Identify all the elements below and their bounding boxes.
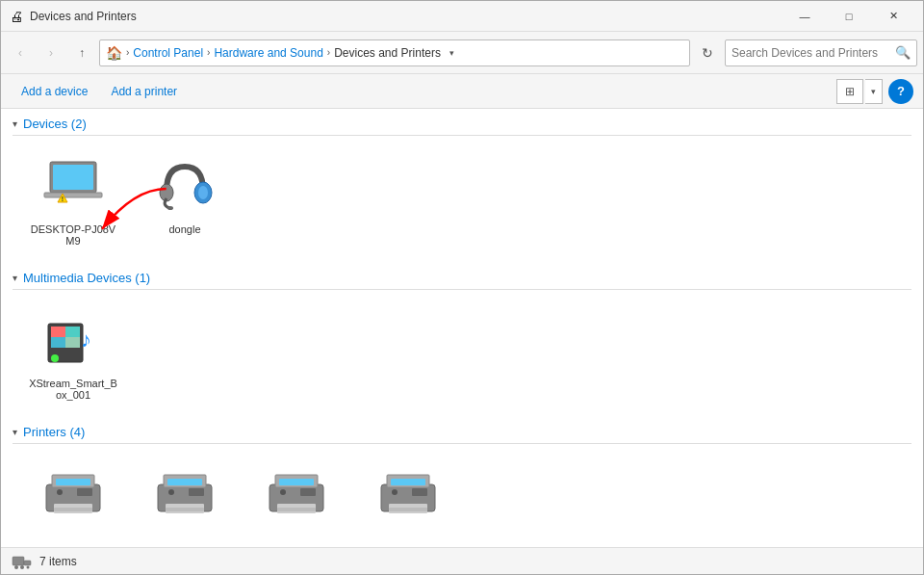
svg-rect-13 [51,327,65,337]
toolbar: Add a device Add a printer ⊞ ▾ ? [1,74,923,109]
printer1-icon [38,458,108,528]
breadcrumb: 🏠 › Control Panel › Hardware and Sound ›… [99,39,690,66]
printer2-icon [150,458,219,528]
svg-point-37 [280,489,286,495]
multimedia-toggle[interactable]: ▾ [13,273,17,283]
printers-grid: Printer 1 [13,450,911,547]
title-bar: 🖨 Devices and Printers — □ ✕ [1,1,923,32]
device-item-mediabox[interactable]: ♪ XStream_Smart_Box_001 [20,296,126,409]
breadcrumb-current: Devices and Printers [332,46,443,60]
svg-rect-28 [167,479,202,485]
svg-point-50 [27,565,30,568]
devices-toggle[interactable]: ▾ [13,118,17,129]
content-area: ▾ Devices (2) [1,109,923,547]
view-dropdown[interactable]: ▾ [865,79,883,104]
help-button[interactable]: ? [888,79,913,104]
svg-point-48 [14,565,18,569]
close-button[interactable]: ✕ [871,1,915,32]
status-item-count: 7 items [39,555,77,568]
printer3-icon [262,458,331,528]
status-device-icon [11,551,32,572]
svg-rect-42 [391,479,425,485]
svg-rect-47 [24,561,31,565]
main-content: ▾ Devices (2) [1,109,923,547]
up-button[interactable]: ↑ [68,39,95,66]
minimize-button[interactable]: — [783,1,827,32]
sep3: › [327,47,330,58]
sep2: › [207,47,210,58]
svg-rect-15 [51,337,65,348]
svg-rect-43 [412,488,427,496]
svg-rect-29 [189,488,204,496]
svg-point-44 [392,489,398,495]
laptop-icon: ! [38,150,108,220]
add-device-button[interactable]: Add a device [11,79,98,104]
content-wrapper: ▾ Devices (2) [1,109,923,547]
device-name-desktop: DESKTOP-PJ08VM9 [31,223,116,247]
back-button[interactable]: ‹ [7,39,34,66]
main-window: 🖨 Devices and Printers — □ ✕ ‹ › ↑ 🏠 › C… [0,0,924,575]
svg-rect-31 [166,508,204,511]
add-printer-button[interactable]: Add a printer [100,79,188,104]
svg-text:!: ! [62,196,64,202]
device-item-printer2[interactable]: Printer 2 [132,450,238,547]
svg-rect-3 [44,193,102,197]
device-item-dongle[interactable]: dongle [132,142,238,255]
multimedia-section-title[interactable]: Multimedia Devices (1) [23,271,150,285]
svg-rect-36 [300,488,316,496]
status-bar: 7 items [1,547,923,574]
search-box: 🔍 [725,39,917,66]
svg-rect-16 [65,337,80,348]
search-icon: 🔍 [895,45,911,60]
sep1: › [126,47,129,58]
headset-icon [150,150,219,220]
control-panel-icon: 🏠 [106,45,122,61]
window-title: Devices and Printers [30,10,783,23]
multimedia-grid: ♪ XStream_Smart_Box_001 [13,296,911,409]
breadcrumb-control-panel[interactable]: Control Panel [131,46,205,60]
svg-rect-45 [389,508,427,511]
mediabox-icon: ♪ [38,304,108,374]
device-item-printer3[interactable]: Printer 3 [244,450,349,547]
multimedia-section-header: ▾ Multimedia Devices (1) [13,271,911,290]
device-item-printer1[interactable]: Printer 1 [20,450,126,547]
svg-rect-14 [65,327,80,337]
device-name-dongle: dongle [168,223,200,235]
window-controls: — □ ✕ [783,1,915,32]
svg-rect-35 [279,479,314,485]
svg-rect-21 [56,479,90,485]
devices-section-header: ▾ Devices (2) [13,117,911,136]
printer4-icon [373,458,443,528]
svg-point-11 [51,354,59,362]
address-bar: ‹ › ↑ 🏠 › Control Panel › Hardware and S… [1,32,923,74]
breadcrumb-hardware[interactable]: Hardware and Sound [212,46,324,60]
printers-section-title[interactable]: Printers (4) [23,425,85,439]
forward-button[interactable]: › [38,39,64,66]
svg-rect-46 [13,557,24,565]
svg-text:♪: ♪ [81,327,91,352]
device-name-mediabox: XStream_Smart_Box_001 [29,378,117,401]
device-item-printer4[interactable]: Printer 4 [355,450,461,547]
search-input[interactable] [732,46,891,60]
devices-section-title[interactable]: Devices (2) [23,117,87,131]
window-icon: 🖨 [9,9,24,24]
view-button[interactable]: ⊞ [836,79,863,104]
svg-point-9 [167,206,173,210]
devices-grid: ! DESKTOP-PJ08VM9 [13,142,911,255]
refresh-button[interactable]: ↻ [694,39,721,66]
printers-section-header: ▾ Printers (4) [13,425,911,444]
svg-rect-38 [277,508,316,511]
svg-rect-2 [53,165,93,190]
breadcrumb-dropdown[interactable]: ▾ [445,39,460,66]
svg-point-8 [198,186,208,199]
svg-point-30 [168,489,174,495]
svg-rect-22 [77,488,92,496]
maximize-button[interactable]: □ [827,1,871,32]
svg-point-23 [57,489,63,495]
svg-rect-24 [54,508,92,511]
svg-point-49 [20,565,24,569]
device-item-desktop[interactable]: ! DESKTOP-PJ08VM9 [20,142,126,255]
printers-toggle[interactable]: ▾ [13,427,17,437]
